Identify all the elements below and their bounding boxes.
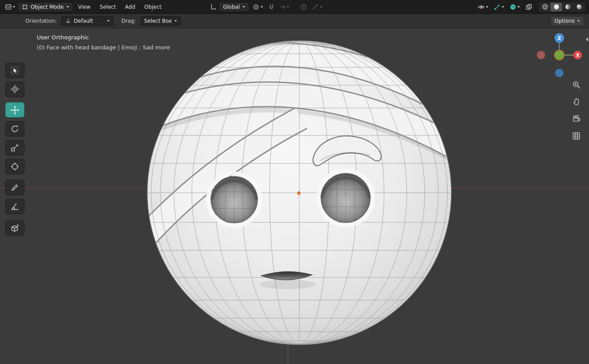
zoom-button[interactable] <box>572 80 581 90</box>
orientation-dropdown[interactable]: Global <box>219 2 249 12</box>
rendered-sphere-icon <box>576 3 582 10</box>
cursor-icon <box>10 84 20 94</box>
chevron-down-icon <box>260 6 263 8</box>
viewport-3d[interactable]: User Orthographic (0) Face with head ban… <box>0 28 589 364</box>
chevron-down-icon <box>13 6 15 8</box>
chevron-down-icon <box>517 6 520 8</box>
view-label: User Orthographic <box>37 34 89 41</box>
object-mode-icon <box>22 4 28 10</box>
chevron-down-icon <box>287 6 289 8</box>
tool-orientation-value: Default <box>74 18 93 24</box>
zoom-icon <box>572 80 581 89</box>
hand-icon <box>572 97 581 106</box>
overlays-icon <box>509 3 516 10</box>
menu-select[interactable]: Select <box>96 2 120 12</box>
shading-mode-group <box>538 2 586 12</box>
header-center-group: Global <box>210 2 323 12</box>
pivot-point-dropdown[interactable] <box>251 2 264 12</box>
editor-type-button[interactable] <box>3 2 17 12</box>
proportional-editing-icon <box>300 3 307 10</box>
chevron-down-icon <box>107 20 110 22</box>
options-label: Options <box>554 18 575 24</box>
add-cube-icon <box>10 223 20 233</box>
object-origin-dot <box>298 192 301 195</box>
viewport-3d-scene[interactable] <box>0 28 589 364</box>
proportional-falloff-dropdown[interactable] <box>311 2 324 12</box>
shading-rendered-button[interactable] <box>573 3 585 11</box>
chevron-down-icon <box>486 6 489 8</box>
menu-add[interactable]: Add <box>121 2 139 12</box>
pan-button[interactable] <box>572 97 581 107</box>
emoji-eye-left <box>208 173 260 226</box>
xray-toggle[interactable] <box>524 2 534 12</box>
shading-material-button[interactable] <box>562 3 573 11</box>
gizmo-z-label: Z <box>558 35 561 41</box>
axes-icon <box>65 18 71 24</box>
tool-cursor[interactable] <box>5 81 24 97</box>
menu-object[interactable]: Object <box>140 2 165 12</box>
menu-view[interactable]: View <box>74 2 94 12</box>
header-left-group: Object Mode View Select Add Object <box>3 2 165 12</box>
editor-type-icon <box>5 3 12 10</box>
gizmo-x-label: X <box>576 53 579 58</box>
chevron-down-icon <box>243 6 245 8</box>
gizmo-axis-neg-z[interactable] <box>555 69 564 77</box>
mode-dropdown[interactable]: Object Mode <box>18 2 73 12</box>
drag-mode-value: Select Box <box>144 18 172 24</box>
drag-label: Drag: <box>121 18 136 24</box>
snap-toggle[interactable] <box>267 2 276 12</box>
annotate-pen-icon <box>10 183 20 192</box>
magnet-icon <box>268 3 275 10</box>
tool-transform[interactable] <box>5 159 24 174</box>
transform-icon <box>10 162 20 171</box>
xray-icon <box>525 3 533 10</box>
tool-add-cube[interactable] <box>5 220 24 236</box>
tool-select-box[interactable] <box>5 62 24 78</box>
chevron-down-icon <box>577 20 580 22</box>
gizmo-axis-x[interactable]: X <box>573 51 582 59</box>
tool-move[interactable] <box>5 102 24 118</box>
grid-icon <box>572 132 581 140</box>
shading-solid-button[interactable] <box>551 3 562 11</box>
orientation-label: Orientation: <box>25 18 57 24</box>
chevron-down-icon <box>320 6 322 8</box>
tool-annotate[interactable] <box>5 180 24 195</box>
mode-dropdown-label: Object Mode <box>31 4 64 10</box>
visibility-dropdown[interactable] <box>476 2 490 12</box>
wireframe-sphere-icon <box>542 3 548 10</box>
gizmos-toggle-dropdown[interactable] <box>492 2 506 12</box>
tool-scale[interactable] <box>5 140 24 155</box>
navigation-gizmo[interactable]: Z X <box>536 31 583 79</box>
emoji-eye-right <box>318 170 373 225</box>
select-box-icon <box>10 66 20 75</box>
header-menubar: View Select Add Object <box>74 2 166 12</box>
eye-icon <box>478 3 485 10</box>
camera-view-button[interactable] <box>572 114 581 124</box>
tool-orientation-dropdown[interactable]: Default <box>61 16 114 26</box>
pivot-point-icon <box>253 3 260 10</box>
overlays-toggle-dropdown[interactable] <box>508 2 521 12</box>
toolbar <box>5 62 24 236</box>
snap-target-icon <box>280 4 286 10</box>
gizmo-axis-y[interactable] <box>554 50 564 60</box>
options-dropdown[interactable]: Options <box>551 16 584 26</box>
shading-wireframe-button[interactable] <box>539 3 551 11</box>
ortho-toggle-button[interactable] <box>572 131 581 141</box>
tool-rotate[interactable] <box>5 121 24 136</box>
chevron-down-icon <box>66 6 69 8</box>
viewport-side-controls <box>572 80 581 141</box>
viewport-header: Object Mode View Select Add Object Globa… <box>0 0 589 14</box>
gizmo-axis-neg-x[interactable] <box>537 51 545 59</box>
drag-mode-dropdown[interactable]: Select Box <box>140 16 181 26</box>
solid-sphere-icon <box>553 3 560 10</box>
sidebar-collapse-arrow[interactable] <box>586 37 588 42</box>
material-sphere-icon <box>565 3 571 10</box>
orientation-dropdown-label: Global <box>223 4 239 10</box>
tool-measure[interactable] <box>5 198 24 214</box>
scale-icon <box>10 143 20 153</box>
blender-window: Object Mode View Select Add Object Globa… <box>0 0 589 364</box>
measure-icon <box>10 201 20 211</box>
gizmo-axis-z[interactable]: Z <box>554 33 564 43</box>
proportional-editing-toggle[interactable] <box>299 2 308 12</box>
snap-settings-dropdown[interactable] <box>278 3 291 11</box>
